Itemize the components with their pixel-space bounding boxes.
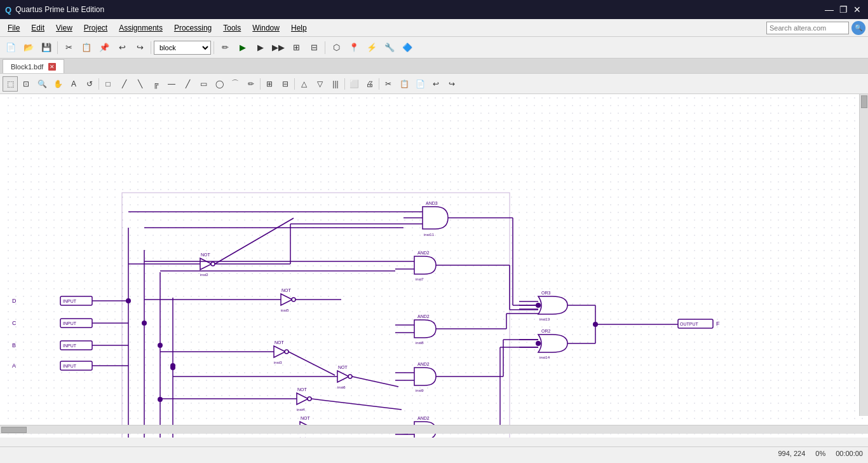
svg-text:INPUT: INPUT (63, 299, 77, 303)
stb-pen[interactable]: ✏ (243, 76, 259, 92)
toolbar-analyze[interactable]: ▶ (252, 39, 269, 56)
stb-sep-3 (294, 78, 295, 90)
toolbar-open[interactable]: 📂 (20, 39, 37, 56)
stb-select[interactable]: ⬚ (3, 76, 18, 92)
svg-text:A: A (12, 363, 16, 369)
stb-paste[interactable]: 📄 (412, 76, 428, 92)
stb-print[interactable]: 🖨 (362, 76, 377, 92)
svg-text:inst4: inst4 (297, 408, 305, 411)
stb-bus[interactable]: ||| (328, 76, 343, 92)
stb-rect2[interactable]: ▭ (196, 76, 211, 92)
svg-text:NOT: NOT (301, 416, 311, 420)
stb-connector[interactable]: ⬜ (346, 76, 362, 92)
toolbar-copy[interactable]: 📋 (78, 39, 95, 56)
tab-block1[interactable]: Block1.bdf ✕ (3, 59, 64, 73)
svg-text:AND3: AND3 (426, 201, 438, 205)
title-bar-left: Q Quartus Prime Lite Edition (5, 5, 104, 15)
stb-port2[interactable]: ▽ (312, 76, 327, 92)
toolbar-fitter[interactable]: ⊞ (288, 39, 304, 56)
app-icon: Q (5, 5, 11, 15)
block-selector[interactable]: block (154, 41, 211, 55)
stb-sep-1 (98, 78, 99, 90)
svg-text:NOT: NOT (297, 387, 308, 392)
svg-text:INPUT: INPUT (63, 364, 77, 368)
svg-text:NOT: NOT (201, 252, 211, 257)
stb-redo[interactable]: ↪ (444, 76, 459, 92)
svg-text:B: B (12, 342, 16, 349)
toolbar-programmer[interactable]: 🔧 (381, 39, 398, 56)
stb-arc[interactable]: ⌒ (227, 76, 243, 92)
svg-text:inst13: inst13 (539, 317, 550, 321)
vertical-scrollbar[interactable] (859, 94, 868, 416)
stb-copy[interactable]: 📋 (397, 76, 412, 92)
stb-pan[interactable]: ✋ (50, 76, 65, 92)
svg-text:AND2: AND2 (417, 314, 430, 319)
separator-2 (151, 41, 151, 54)
toolbar-redo[interactable]: ↪ (132, 39, 148, 56)
svg-point-41 (285, 350, 288, 354)
separator-1 (57, 41, 58, 54)
search-button[interactable]: 🔍 (851, 21, 865, 35)
main-toolbar: 📄 📂 💾 ✂ 📋 📌 ↩ ↪ block ✏ ▶ ▶ ▶▶ ⊞ ⊟ ⬡ 📍 ⚡… (0, 37, 868, 59)
stb-polyline[interactable]: ╔ (148, 76, 163, 92)
stb-sep-2 (260, 78, 261, 90)
toolbar-pin[interactable]: 📍 (346, 39, 362, 56)
stb-circle[interactable]: ◯ (212, 76, 227, 92)
toolbar-route[interactable]: ⊟ (306, 39, 322, 56)
stb-rect[interactable]: □ (100, 76, 116, 92)
menu-window[interactable]: Window (247, 22, 285, 34)
toolbar-start-synthesis[interactable]: ▶▶ (270, 39, 287, 56)
stb-port[interactable]: △ (296, 76, 311, 92)
restore-button[interactable]: ❐ (837, 4, 849, 15)
svg-text:inst3: inst3 (274, 361, 282, 364)
toolbar-new[interactable]: 📄 (3, 39, 19, 56)
menu-bar: File Edit View Project Assignments Proce… (0, 19, 868, 37)
svg-text:inst11: inst11 (424, 233, 435, 237)
menu-edit[interactable]: Edit (26, 22, 50, 34)
menu-assignments[interactable]: Assignments (114, 22, 168, 34)
toolbar-cut[interactable]: ✂ (60, 39, 77, 56)
toolbar-signaltap[interactable]: ⚡ (363, 39, 380, 56)
stb-wire2[interactable]: ╱ (180, 76, 195, 92)
search-input[interactable] (766, 22, 849, 34)
stb-zoom-in[interactable]: 🔍 (34, 76, 50, 92)
stb-cut[interactable]: ✂ (381, 76, 396, 92)
stb-wire[interactable]: — (164, 76, 179, 92)
minimize-button[interactable]: — (824, 4, 835, 15)
tab-close-button[interactable]: ✕ (48, 63, 56, 71)
menu-view[interactable]: View (51, 22, 78, 34)
menu-file[interactable]: File (3, 22, 25, 34)
toolbar-undo[interactable]: ↩ (114, 39, 130, 56)
toolbar-ip-catalog[interactable]: 🔷 (399, 39, 416, 56)
tab-bar: Block1.bdf ✕ (0, 59, 868, 74)
stb-undo[interactable]: ↩ (428, 76, 444, 92)
vertical-scroll-thumb[interactable] (861, 95, 867, 108)
close-button[interactable]: ✕ (851, 4, 863, 15)
menu-help[interactable]: Help (286, 22, 312, 34)
svg-text:inst2: inst2 (200, 273, 208, 277)
stb-sep-4 (344, 78, 345, 90)
stb-group[interactable]: ⊞ (262, 76, 277, 92)
toolbar-compile[interactable]: ▶ (234, 39, 251, 56)
menu-project[interactable]: Project (79, 22, 112, 34)
svg-text:OR2: OR2 (541, 329, 551, 333)
stb-ungroup[interactable]: ⊟ (278, 76, 293, 92)
stb-line2[interactable]: ╲ (132, 76, 147, 92)
menu-tools[interactable]: Tools (218, 22, 246, 34)
horizontal-scrollbar[interactable] (0, 425, 868, 434)
toolbar-draw[interactable]: ✏ (217, 39, 233, 56)
schematic-canvas-area[interactable]: INPUT D INPUT C INPUT B INPUT A (0, 94, 868, 438)
menu-processing[interactable]: Processing (169, 22, 217, 34)
toolbar-save[interactable]: 💾 (38, 39, 55, 56)
toolbar-chip[interactable]: ⬡ (328, 39, 344, 56)
svg-text:inst6: inst6 (337, 385, 346, 389)
stb-line[interactable]: ╱ (116, 76, 132, 92)
toolbar-paste[interactable]: 📌 (96, 39, 112, 56)
horizontal-scroll-thumb[interactable] (1, 427, 27, 433)
svg-text:inst5: inst5 (281, 308, 289, 312)
stb-symbol[interactable]: ↺ (82, 76, 97, 92)
svg-point-23 (126, 298, 131, 303)
stb-zoom-fit[interactable]: ⊡ (18, 76, 34, 92)
svg-text:AND2: AND2 (417, 251, 430, 255)
stb-text[interactable]: A (66, 76, 81, 92)
